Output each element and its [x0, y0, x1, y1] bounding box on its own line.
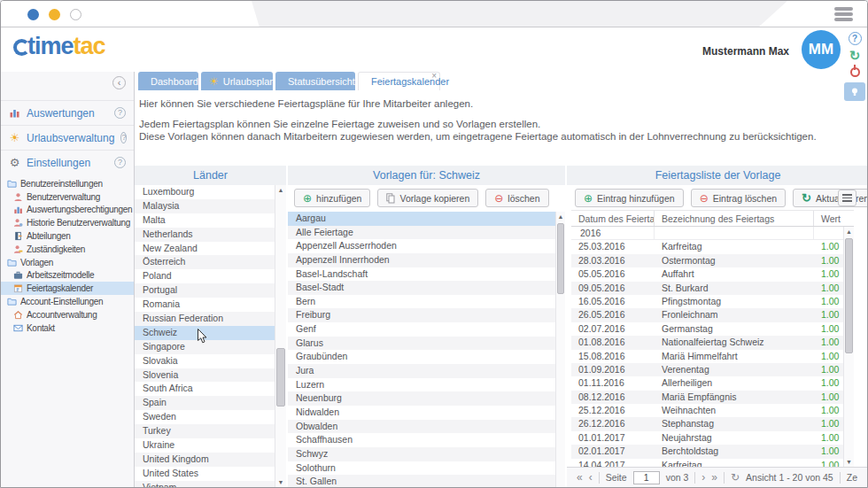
sidebar-item-auswertungsberechtigungen[interactable]: Auswertungsberechtigungen	[1, 204, 134, 217]
template-row[interactable]: Appenzell Ausserrhoden	[288, 239, 565, 253]
help-badge-icon[interactable]: ?	[120, 132, 127, 143]
window-dot-white[interactable]	[70, 9, 81, 20]
holiday-row[interactable]: 08.12.2016 Mariä Empfängnis 1.00	[571, 391, 854, 404]
refresh-icon[interactable]: ↻	[849, 49, 861, 62]
scroll-thumb[interactable]	[557, 223, 564, 294]
window-dot-blue[interactable]	[27, 9, 39, 20]
holiday-row[interactable]: 09.05.2016 St. Burkard 1.00	[571, 282, 854, 295]
template-row[interactable]: Aargau	[288, 212, 565, 226]
template-row[interactable]: Genf	[288, 322, 565, 337]
sidebar-item-zustaendigkeiten[interactable]: Zuständigkeiten	[1, 243, 134, 256]
year-group-row[interactable]: 2016	[571, 227, 854, 240]
holiday-row[interactable]: 28.03.2016 Ostermontag 1.00	[571, 254, 854, 267]
country-row[interactable]: Portugal	[135, 283, 286, 298]
country-row[interactable]: Slovenia	[135, 368, 286, 383]
tab-feiertagskalender[interactable]: Feiertagskalender ×	[358, 72, 440, 90]
sidebar-item-benutzereinstellungen[interactable]: Benutzereinstellungen	[1, 177, 134, 190]
grid-menu-button[interactable]	[838, 190, 856, 206]
country-row[interactable]: United Kingdom	[135, 453, 286, 467]
help-badge-icon[interactable]: ?	[114, 157, 126, 168]
help-badge-icon[interactable]: ?	[114, 107, 126, 119]
country-row[interactable]: Vietnam	[135, 481, 286, 487]
sidebar-group-urlaubsverwaltung[interactable]: ☀ Urlaubsverwaltung ?	[1, 125, 134, 150]
delete-template-button[interactable]: ⊖ löschen	[485, 189, 548, 207]
holiday-row[interactable]: 25.12.2016 Weihnachten 1.00	[571, 404, 854, 417]
scroll-up-icon[interactable]: ▲	[275, 187, 286, 193]
first-page-icon[interactable]: «	[577, 472, 583, 483]
add-template-button[interactable]: ⊕ hinzufügen	[294, 189, 370, 207]
country-row[interactable]: Turkey	[135, 424, 286, 438]
template-row[interactable]: Jura	[288, 364, 565, 378]
template-row[interactable]: Schaffhausen	[288, 433, 565, 447]
country-list-scrollbar[interactable]: ▲ ▼	[275, 185, 286, 487]
country-row[interactable]: Poland	[135, 269, 286, 283]
template-row[interactable]: Appenzell Innerrhoden	[288, 253, 565, 267]
sidebar-item-historie-benutzerverwaltung[interactable]: Historie Benutzerverwaltung	[1, 216, 134, 229]
scroll-down-icon[interactable]: ▼	[844, 459, 854, 465]
tab-urlaubsplaner[interactable]: ☀ Urlaubsplaner	[201, 72, 273, 90]
country-row[interactable]: Singapore	[135, 340, 286, 354]
country-row[interactable]: Spain	[135, 396, 286, 410]
template-row[interactable]: Nidwalden	[288, 406, 565, 420]
sidebar-item-vorlagen[interactable]: Vorlagen	[1, 256, 134, 269]
tab-close-icon[interactable]: ×	[431, 72, 437, 81]
template-row[interactable]: Schwyz	[288, 447, 565, 461]
country-row[interactable]: South Africa	[135, 382, 286, 396]
column-header-value[interactable]: Wert	[814, 211, 854, 226]
logout-power-icon[interactable]	[850, 67, 860, 77]
last-page-icon[interactable]: »	[711, 472, 717, 483]
country-row[interactable]: Malaysia	[135, 199, 286, 213]
sidebar-item-feiertagskalender[interactable]: Feiertagskalender	[1, 282, 134, 295]
scroll-thumb[interactable]	[276, 348, 285, 407]
tab-dashboard[interactable]: Dashboard	[138, 72, 198, 90]
scroll-up-icon[interactable]: ▲	[844, 229, 854, 235]
template-row[interactable]: St. Gallen	[288, 475, 565, 487]
template-row[interactable]: Basel-Stadt	[288, 281, 565, 295]
country-row[interactable]: United States	[135, 467, 286, 481]
scroll-thumb[interactable]	[845, 238, 853, 353]
tab-statusuebersicht[interactable]: Statusübersicht	[275, 72, 355, 90]
sidebar-group-einstellungen[interactable]: ⚙ Einstellungen ?	[1, 150, 134, 174]
sidebar-item-benutzerverwaltung[interactable]: Benutzerverwaltung	[1, 190, 134, 204]
sidebar-item-account-einstellungen[interactable]: Account-Einstellungen	[1, 295, 134, 308]
template-row[interactable]: Graubünden	[288, 350, 565, 364]
prev-page-icon[interactable]: ‹	[589, 472, 593, 483]
holiday-row[interactable]: 14.04.2017 Karfreitag 1.00	[571, 459, 854, 467]
help-icon[interactable]: ?	[849, 32, 862, 45]
holiday-row[interactable]: 02.07.2016 Germanstag 1.00	[571, 322, 854, 336]
sidebar-item-abteilungen[interactable]: Abteilungen	[1, 229, 134, 243]
template-row[interactable]: Basel-Landschaft	[288, 267, 565, 282]
template-row[interactable]: Luzern	[288, 378, 565, 392]
scroll-down-icon[interactable]: ▼	[275, 479, 286, 485]
holiday-row[interactable]: 02.01.2017 Berchtoldstag 1.00	[571, 445, 854, 458]
template-row[interactable]: Alle Feiertage	[288, 226, 565, 240]
holiday-row[interactable]: 05.05.2016 Auffahrt 1.00	[571, 267, 854, 281]
holiday-table-scrollbar[interactable]: ▲ ▼	[843, 227, 854, 467]
holiday-row[interactable]: 26.12.2016 Stephanstag 1.00	[571, 417, 854, 430]
copy-template-button[interactable]: Vorlage kopieren	[377, 189, 478, 207]
refresh-button[interactable]: ↻ Aktualisieren	[793, 189, 868, 207]
country-row[interactable]: Luxembourg	[135, 185, 286, 199]
country-row[interactable]: Sweden	[135, 410, 286, 424]
holiday-row[interactable]: 01.08.2016 Nationalfeiertag Schweiz 1.00	[571, 336, 854, 349]
holiday-row[interactable]: 26.05.2016 Fronleichnam 1.00	[571, 308, 854, 321]
holiday-row[interactable]: 01.09.2016 Verenentag 1.00	[571, 363, 854, 376]
country-row[interactable]: Netherlands	[135, 228, 286, 242]
timetac-logo[interactable]: timetac	[13, 33, 105, 59]
reload-grid-icon[interactable]: ↻	[731, 472, 740, 483]
sidebar-group-auswertungen[interactable]: Auswertungen ?	[1, 100, 134, 125]
template-row[interactable]: Solothurn	[288, 461, 565, 476]
country-row[interactable]: Slovakia	[135, 354, 286, 368]
country-row[interactable]: Ukraine	[135, 438, 286, 453]
country-row[interactable]: Schweiz	[135, 326, 286, 340]
window-dot-yellow[interactable]	[49, 9, 60, 20]
browser-menu-icon[interactable]	[834, 7, 853, 23]
sidebar-collapse-icon[interactable]: ‹	[112, 76, 126, 89]
sidebar-item-kontakt[interactable]: Kontakt	[1, 321, 134, 335]
holiday-row[interactable]: 25.03.2016 Karfreitag 1.00	[571, 240, 854, 253]
template-row[interactable]: Bern	[288, 295, 565, 309]
column-header-date[interactable]: Datum des Feiertags ↑	[571, 211, 655, 226]
column-header-name[interactable]: Bezeichnung des Feiertags	[655, 211, 814, 226]
holiday-row[interactable]: 01.11.2016 Allerheiligen 1.00	[571, 376, 854, 390]
page-number-input[interactable]	[633, 471, 660, 484]
